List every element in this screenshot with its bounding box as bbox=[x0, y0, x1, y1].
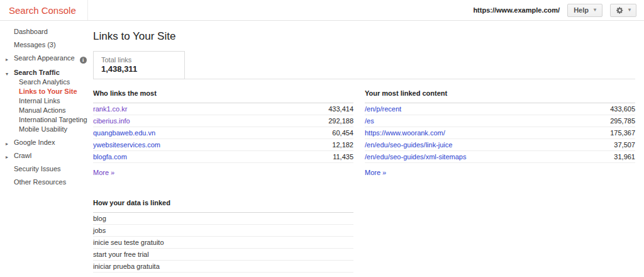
sidebar-item-label: Google Index bbox=[14, 138, 55, 146]
sidebar-item-dashboard[interactable]: Dashboard bbox=[0, 28, 88, 36]
chevron-down-icon: ▾ bbox=[594, 8, 596, 13]
table-row: blog bbox=[93, 213, 353, 225]
sidebar-item-label: Links to Your Site bbox=[19, 88, 77, 95]
page-title: Links to Your Site bbox=[93, 30, 635, 43]
sidebar-item-label: Internal Links bbox=[19, 97, 60, 105]
sidebar-item-label: Security Issues bbox=[14, 165, 61, 172]
sidebar-nav: Dashboard Messages (3) ▸ Search Appearan… bbox=[0, 21, 88, 186]
table-row: iniciar prueba gratuita bbox=[93, 261, 353, 273]
table-row: inicie seu teste gratuito bbox=[93, 237, 353, 249]
sidebar-item-label: International Targeting bbox=[19, 116, 87, 123]
link-count: 60,454 bbox=[332, 129, 353, 137]
table-row: rank1.co.kr 433,414 bbox=[93, 103, 353, 115]
table-row: jobs bbox=[93, 225, 353, 237]
page-link[interactable]: /en/edu/seo-guides/link-juice bbox=[365, 141, 452, 149]
table-row: ywebsiteservices.com 12,182 bbox=[93, 139, 353, 151]
who-links-table: Who links the most rank1.co.kr 433,414 c… bbox=[93, 85, 353, 277]
data-linked-table: How your data is linked blog jobs inicie… bbox=[93, 195, 353, 277]
anchor-text: iniciar prueba gratuita bbox=[93, 263, 160, 270]
link-count: 175,367 bbox=[610, 129, 635, 137]
sidebar-item-mobile-usability[interactable]: Mobile Usability bbox=[0, 125, 88, 133]
link-count: 433,414 bbox=[328, 105, 353, 113]
table-row: ciberius.info 292,188 bbox=[93, 115, 353, 127]
more-link[interactable]: More » bbox=[93, 169, 114, 176]
sidebar-item-label: Messages (3) bbox=[14, 41, 56, 48]
table-row: https://www.woorank.com/ 175,367 bbox=[365, 127, 635, 139]
domain-link[interactable]: ciberius.info bbox=[93, 117, 130, 125]
metrics-tabstrip: Total links 1,438,311 bbox=[93, 51, 635, 79]
table-row: /en/edu/seo-guides/link-juice 37,507 bbox=[365, 139, 635, 151]
page-link[interactable]: https://www.woorank.com/ bbox=[365, 129, 445, 137]
total-links-value: 1,438,311 bbox=[101, 64, 184, 74]
collapsed-arrow-icon: ▸ bbox=[6, 140, 8, 148]
header-logo-area: Search Console bbox=[0, 0, 88, 20]
sidebar-item-label: Other Resources bbox=[14, 178, 66, 186]
anchor-text: blog bbox=[93, 215, 106, 222]
sidebar-item-label: Dashboard bbox=[14, 28, 48, 35]
expanded-arrow-icon: ▾ bbox=[6, 70, 8, 78]
link-count: 11,435 bbox=[333, 153, 353, 161]
app-logo[interactable]: Search Console bbox=[9, 5, 76, 16]
collapsed-arrow-icon: ▸ bbox=[6, 55, 8, 64]
sidebar-item-manual-actions[interactable]: Manual Actions bbox=[0, 106, 88, 115]
main-content: Links to Your Site Total links 1,438,311… bbox=[93, 21, 635, 277]
sidebar-item-label: Search Analytics bbox=[19, 78, 70, 86]
collapsed-arrow-icon: ▸ bbox=[6, 153, 8, 161]
sidebar-item-crawl[interactable]: ▸ Crawl bbox=[0, 152, 88, 160]
table-header: How your data is linked bbox=[93, 195, 353, 213]
table-row: quangbaweb.edu.vn 60,454 bbox=[93, 127, 353, 139]
link-count: 295,785 bbox=[610, 117, 635, 125]
sidebar-item-search-analytics[interactable]: Search Analytics bbox=[0, 78, 88, 86]
sidebar-item-google-index[interactable]: ▸ Google Index bbox=[0, 138, 88, 147]
page-link[interactable]: /en/edu/seo-guides/xml-sitemaps bbox=[365, 153, 466, 161]
anchor-text: inicie seu teste gratuito bbox=[93, 239, 164, 246]
sidebar-item-label: Manual Actions bbox=[19, 106, 66, 114]
sidebar-item-label: Crawl bbox=[14, 152, 31, 159]
table-row: start your free trial bbox=[93, 249, 353, 261]
total-links-label: Total links bbox=[101, 56, 184, 64]
sidebar-item-label: Mobile Usability bbox=[19, 125, 67, 133]
header-controls: https://www.example.com/ Help ▾ ▾ bbox=[473, 0, 644, 20]
linked-content-table: Your most linked content /en/p/recent 43… bbox=[365, 85, 635, 277]
table-row: /en/p/recent 433,605 bbox=[365, 103, 635, 115]
total-links-tab[interactable]: Total links 1,438,311 bbox=[93, 51, 185, 79]
link-count: 31,961 bbox=[614, 153, 635, 161]
table-row: blogfa.com 11,435 bbox=[93, 151, 353, 163]
link-count: 12,182 bbox=[332, 141, 353, 149]
page-link[interactable]: /es bbox=[365, 117, 374, 125]
sidebar-item-label: Search Appearance bbox=[14, 54, 75, 62]
chevron-down-icon: ▾ bbox=[628, 8, 631, 13]
anchor-text: jobs bbox=[93, 227, 106, 234]
link-count: 292,188 bbox=[328, 117, 353, 125]
table-header: Who links the most bbox=[93, 85, 353, 103]
table-row: /en/edu/seo-guides/xml-sitemaps 31,961 bbox=[365, 151, 635, 163]
anchor-text: start your free trial bbox=[93, 251, 149, 258]
table-row: /es 295,785 bbox=[365, 115, 635, 127]
sidebar-item-search-traffic[interactable]: ▾ Search Traffic bbox=[0, 69, 88, 77]
domain-link[interactable]: rank1.co.kr bbox=[93, 105, 127, 113]
gear-icon bbox=[616, 6, 624, 14]
info-icon[interactable]: i bbox=[80, 57, 87, 64]
top-header: Search Console https://www.example.com/ … bbox=[0, 0, 644, 21]
sidebar-item-links-to-your-site[interactable]: Links to Your Site bbox=[0, 88, 88, 96]
sidebar-item-label: Search Traffic bbox=[14, 69, 60, 76]
tables-columns: Who links the most rank1.co.kr 433,414 c… bbox=[93, 85, 635, 277]
settings-button[interactable]: ▾ bbox=[610, 4, 636, 17]
link-count: 37,507 bbox=[614, 141, 635, 149]
sidebar-item-messages[interactable]: Messages (3) bbox=[0, 41, 88, 49]
sidebar-item-security-issues[interactable]: Security Issues bbox=[0, 165, 88, 173]
domain-link[interactable]: ywebsiteservices.com bbox=[93, 141, 160, 149]
sidebar-item-internal-links[interactable]: Internal Links bbox=[0, 97, 88, 105]
page-link[interactable]: /en/p/recent bbox=[365, 105, 401, 113]
sidebar-item-international-targeting[interactable]: International Targeting bbox=[0, 116, 88, 124]
link-count: 433,605 bbox=[610, 105, 635, 113]
help-button[interactable]: Help ▾ bbox=[567, 4, 602, 17]
sidebar-item-search-appearance[interactable]: ▸ Search Appearance i bbox=[0, 54, 88, 64]
more-link[interactable]: More » bbox=[365, 169, 386, 176]
current-property-url: https://www.example.com/ bbox=[473, 6, 560, 14]
table-header: Your most linked content bbox=[365, 85, 635, 103]
help-button-label: Help bbox=[574, 6, 589, 14]
sidebar-item-other-resources[interactable]: Other Resources bbox=[0, 178, 88, 186]
domain-link[interactable]: quangbaweb.edu.vn bbox=[93, 129, 155, 137]
domain-link[interactable]: blogfa.com bbox=[93, 153, 127, 161]
